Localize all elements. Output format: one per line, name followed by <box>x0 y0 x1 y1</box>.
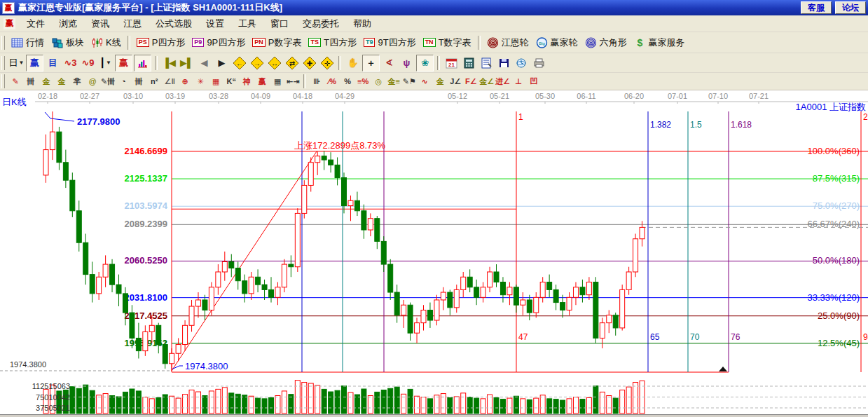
notes-button[interactable] <box>478 55 495 71</box>
tool-gold-levels-button[interactable]: 金≡ <box>387 75 401 88</box>
toolbar-winner-wheel-button[interactable]: Big赢家轮 <box>532 35 581 50</box>
smart-tool-button[interactable]: ❀ <box>416 55 434 71</box>
tool-fib-comb-button[interactable]: 芈 <box>70 75 84 88</box>
toolbar-quotes-button[interactable]: 行情 <box>8 35 48 50</box>
menu-item-工具[interactable]: 工具 <box>231 16 263 32</box>
winner-blue-toggle-button[interactable]: 赢 <box>26 55 43 71</box>
tool-angle-j-button[interactable]: J∠ <box>448 75 462 88</box>
tool-grid-box-button[interactable]: ▦ <box>209 75 223 88</box>
tool-pen-button[interactable]: ✎ <box>8 75 22 88</box>
tool-pct-button[interactable]: % <box>340 75 354 88</box>
toolbar-hexagon-button[interactable]: 六角形 <box>581 35 631 50</box>
chart-canvas[interactable]: 02-1802-2703-1003-1903-2804-0904-1804-29… <box>0 90 868 417</box>
tool-n2-button[interactable]: n² <box>147 75 161 88</box>
sectors-label: 板块 <box>66 36 84 49</box>
calculator-button[interactable] <box>461 55 477 71</box>
candle-style-button[interactable]: ┃▼ <box>97 55 113 71</box>
toolbar-kline-button[interactable]: K线 <box>88 35 125 50</box>
tool-comb-2-button[interactable]: 卌 <box>132 75 146 88</box>
svg-text:05-21: 05-21 <box>490 92 509 100</box>
toolbar-sectors-button[interactable]: 板块 <box>48 35 88 50</box>
gann-wheel-icon <box>487 37 499 48</box>
zoom-left-button[interactable]: ← <box>231 55 247 71</box>
tool-box-pattern-button[interactable]: 凹 <box>527 75 541 88</box>
hexagon-icon <box>585 37 597 48</box>
tool-flag-pen-icon: ✎⚑ <box>403 77 416 86</box>
tool-pct-levels-button[interactable]: ≡% <box>356 75 370 88</box>
tool-angle-speed-button[interactable]: 进∠ <box>495 75 510 88</box>
winner-red-toggle-button[interactable]: 赢 <box>115 55 132 71</box>
info-panel-button[interactable]: 目 <box>45 55 61 71</box>
tool-gold-2-button[interactable]: 金 <box>55 75 69 88</box>
menu-item-帮助[interactable]: 帮助 <box>346 16 378 32</box>
zoom-expand-button[interactable]: ✚ <box>301 55 317 71</box>
svg-text:←: ← <box>236 60 243 67</box>
tool-t-line-button[interactable]: ⊥ <box>511 75 525 88</box>
tool-pen-comb-button[interactable]: ✎卌 <box>101 75 115 88</box>
tool-starburst-button[interactable]: ✳ <box>193 75 207 88</box>
tool-k-mark-button[interactable]: K“ <box>224 75 238 88</box>
toolbar-gann-wheel-button[interactable]: 江恩轮 <box>483 35 532 50</box>
toolbar-winner-service-button[interactable]: $赢家服务 <box>631 35 689 50</box>
tool-gold-1-button[interactable]: 金 <box>39 75 53 88</box>
toolbar-p-number-button[interactable]: PNP数字表 <box>249 35 305 50</box>
toolbar-t-number-button[interactable]: TNT数字表 <box>420 35 475 50</box>
calendar-button[interactable]: 21 <box>443 55 460 71</box>
tool-angle-f-button[interactable]: F∠ <box>464 75 478 88</box>
tool-span-button[interactable]: ⇤⇥ <box>286 75 300 88</box>
tool-grid-123-button[interactable]: ▦ <box>270 75 284 88</box>
svg-text:04-09: 04-09 <box>251 92 270 100</box>
crosshair-button[interactable]: ＋ <box>362 55 380 71</box>
tool-flag-pen-button[interactable]: ✎⚑ <box>402 75 416 88</box>
tool-spiral-button[interactable]: @ <box>85 75 99 88</box>
tool-wave-a-button[interactable]: ∿ <box>418 75 432 88</box>
menu-item-交易委托[interactable]: 交易委托 <box>296 16 346 32</box>
wave-3-button[interactable]: ∿3 <box>62 55 78 71</box>
menu-item-文件[interactable]: 文件 <box>20 16 52 32</box>
menu-item-设置[interactable]: 设置 <box>199 16 231 32</box>
tool-angle-gold-button[interactable]: 金∠ <box>479 75 494 88</box>
toolbar-9p-square-button[interactable]: P99P四方形 <box>188 35 249 50</box>
wave-9-button[interactable]: ∿9 <box>80 55 96 71</box>
tool-circle-cross-button[interactable]: ⊕ <box>178 75 192 88</box>
zoom-compress-button[interactable]: ⇄ <box>284 55 300 71</box>
tool-shen-button[interactable]: 神 <box>240 75 254 88</box>
world-time-icon <box>516 57 528 69</box>
toolbar-p-square-button[interactable]: PSP四方形 <box>133 35 189 50</box>
menu-item-窗口[interactable]: 窗口 <box>263 16 296 32</box>
print-button[interactable] <box>531 55 547 71</box>
support-button[interactable]: 客服 <box>801 1 832 14</box>
svg-text:94: 94 <box>863 332 868 342</box>
period-selector-button[interactable]: 日▼ <box>8 55 25 71</box>
menu-item-江恩[interactable]: 江恩 <box>116 16 149 32</box>
forum-button[interactable]: 论坛 <box>835 1 866 14</box>
menu-item-资讯[interactable]: 资讯 <box>84 16 116 32</box>
save-button[interactable] <box>496 55 512 71</box>
first-page-button[interactable]: ▐◀ <box>161 55 177 71</box>
zoom-expand-all-button[interactable]: ✛ <box>319 55 335 71</box>
menu-item-公式选股[interactable]: 公式选股 <box>149 16 199 32</box>
world-time-button[interactable] <box>514 55 530 71</box>
zoom-right-button[interactable]: → <box>249 55 265 71</box>
menu-item-浏览[interactable]: 浏览 <box>52 16 84 32</box>
toolbar-9t-square-button[interactable]: T99T四方形 <box>360 35 420 50</box>
angle-measure-button[interactable]: ∢ <box>381 55 397 71</box>
volume-style-button[interactable] <box>134 55 151 71</box>
gann-net-button[interactable]: ψ <box>399 55 415 71</box>
gann-net-icon: ψ <box>404 57 411 68</box>
pan-hand-button[interactable]: ✋ <box>345 55 361 71</box>
last-page-button[interactable]: ▶▌ <box>179 55 195 71</box>
page-next-button[interactable]: ▶ <box>214 55 230 71</box>
tool-gold-levels-2-button[interactable]: 金 <box>433 75 447 88</box>
zoom-horizontal-button[interactable]: ↔ <box>266 55 282 71</box>
t-square-icon: TS <box>308 38 321 47</box>
tool-time-circle-button[interactable]: ◔ <box>116 75 130 88</box>
page-prev-button[interactable]: ◀ <box>196 55 212 71</box>
tool-ying-button[interactable]: 赢 <box>255 75 269 88</box>
tool-angle-lines-button[interactable]: ∠‖ <box>163 75 177 88</box>
tool-cycle-lines-button[interactable]: 卌 <box>24 75 38 88</box>
tool-stats-button[interactable]: ⊪ <box>310 75 324 88</box>
tool-gold-circle-button[interactable]: ◎ <box>371 75 385 88</box>
tool-pct-slash-button[interactable]: ∕% <box>325 75 339 88</box>
toolbar-t-square-button[interactable]: TST四方形 <box>305 35 359 50</box>
